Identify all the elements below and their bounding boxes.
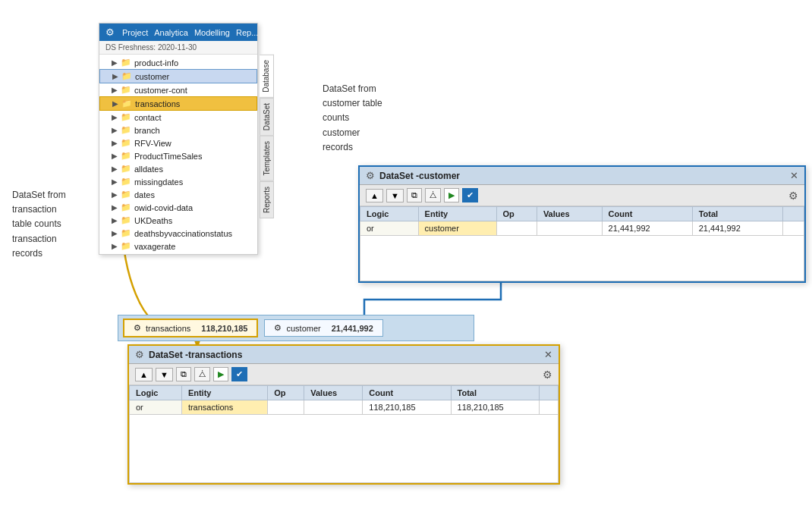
ds-transactions-titlebar: ⚙ DataSet -transactions ✕ xyxy=(129,346,559,364)
ds-customer-row-0: or customer 21,441,992 21,441,992 xyxy=(360,221,804,236)
ds-transactions-paste-button[interactable]: ⧊ xyxy=(194,367,210,381)
tab-customer-label: customer xyxy=(286,324,320,333)
menu-rep[interactable]: Rep... xyxy=(236,28,258,37)
ds-customer-toolbar: ▲ ▼ ⧉ ⧊ ▶ ✔ ⚙ xyxy=(360,185,804,206)
ds-customer-col-logic: Logic xyxy=(360,207,419,221)
ds-customer-table: Logic Entity Op Values Count Total or cu… xyxy=(360,206,804,281)
ds-customer-cell-op-0 xyxy=(496,221,537,236)
ds-customer-settings-icon[interactable]: ⚙ xyxy=(788,190,798,202)
ds-transactions-table-wrapper: Logic Entity Op Values Count Total or tr… xyxy=(129,385,559,483)
gear-icon: ⚙ xyxy=(105,27,115,38)
ds-trans-col-op: Op xyxy=(268,386,304,400)
ds-trans-cell-count-0: 118,210,185 xyxy=(363,400,451,415)
nav-side-tabs: Database DataSet Templates Reports xyxy=(260,55,274,218)
tree-item-dates[interactable]: ▶📁 dates xyxy=(99,188,257,201)
ds-customer-col-entity: Entity xyxy=(418,207,496,221)
tree-item-product-info[interactable]: ▶📁 product-info xyxy=(99,56,257,69)
ds-customer-row-empty xyxy=(360,236,804,281)
ds-transactions-toolbar: ▲ ▼ ⧉ ⧊ ▶ ✔ ⚙ xyxy=(129,364,559,385)
annotation-right: DataSet from customer table counts custo… xyxy=(323,82,382,155)
ds-customer-cell-entity-0: customer xyxy=(418,221,496,236)
ds-trans-col-count: Count xyxy=(363,386,451,400)
bottom-bar: ⚙ transactions 118,210,185 ⚙ customer 21… xyxy=(118,315,474,341)
ds-transactions-up-button[interactable]: ▲ xyxy=(135,368,153,381)
ds-transactions-down-button[interactable]: ▼ xyxy=(156,368,173,381)
ds-trans-col-total: Total xyxy=(451,386,539,400)
tree-item-missingdates[interactable]: ▶📁 missingdates xyxy=(99,175,257,188)
ds-customer-play-button[interactable]: ▶ xyxy=(444,188,459,202)
ds-trans-col-values: Values xyxy=(304,386,363,400)
tree-item-rfv-view[interactable]: ▶📁 RFV-View xyxy=(99,137,257,149)
menu-analytica[interactable]: Analytica xyxy=(154,28,188,37)
nav-breadcrumb: DS Freshness: 2020-11-30 xyxy=(99,41,257,55)
ds-customer-titlebar: ⚙ DataSet -customer ✕ xyxy=(360,167,804,185)
tree-item-vaxagerate[interactable]: ▶📁 vaxagerate xyxy=(99,240,257,253)
tree-item-deathsbyvaccinationstatus[interactable]: ▶📁 deathsbyvaccinationstatus xyxy=(99,227,257,240)
ds-customer-col-op: Op xyxy=(496,207,537,221)
ds-trans-cell-op-0 xyxy=(268,400,304,415)
ds-customer-copy-button[interactable]: ⧉ xyxy=(407,188,422,202)
tree-item-contact[interactable]: ▶📁 contact xyxy=(99,111,257,124)
ds-customer-close-button[interactable]: ✕ xyxy=(790,170,798,181)
dataset-customer-panel: ⚙ DataSet -customer ✕ ▲ ▼ ⧉ ⧊ ▶ ✔ ⚙ Logi… xyxy=(358,165,806,283)
tab-customer[interactable]: ⚙ customer 21,441,992 xyxy=(264,319,382,337)
tab-transactions-label: transactions xyxy=(146,324,190,333)
menu-modelling[interactable]: Modelling xyxy=(194,28,230,37)
side-tab-dataset[interactable]: DataSet xyxy=(260,98,274,136)
ds-trans-cell-total-0: 118,210,185 xyxy=(451,400,539,415)
ds-customer-col-total: Total xyxy=(692,207,782,221)
ds-trans-cell-extra-0 xyxy=(539,400,558,415)
tree-item-owid-covid-data[interactable]: ▶📁 owid-covid-data xyxy=(99,201,257,214)
tab-transactions[interactable]: ⚙ transactions 118,210,185 xyxy=(123,319,258,337)
ds-customer-col-extra xyxy=(782,207,804,221)
ds-transactions-check-button[interactable]: ✔ xyxy=(231,367,247,381)
tree-item-customer-cont[interactable]: ▶📁 customer-cont xyxy=(99,83,257,96)
tree-item-transactions[interactable]: ▶📁 transactions xyxy=(99,96,257,111)
ds-transactions-gear-icon: ⚙ xyxy=(135,349,144,360)
dataset-transactions-panel: ⚙ DataSet -transactions ✕ ▲ ▼ ⧉ ⧊ ▶ ✔ ⚙ … xyxy=(127,344,560,485)
ds-customer-gear-icon: ⚙ xyxy=(366,170,375,181)
ds-customer-cell-total-0: 21,441,992 xyxy=(692,221,782,236)
ds-transactions-play-button[interactable]: ▶ xyxy=(213,367,228,381)
ds-customer-cell-count-0: 21,441,992 xyxy=(602,221,692,236)
ds-transactions-table: Logic Entity Op Values Count Total or tr… xyxy=(129,385,559,483)
tab-transactions-count: 118,210,185 xyxy=(201,324,247,333)
ds-customer-col-count: Count xyxy=(602,207,692,221)
ds-transactions-row-empty xyxy=(130,415,559,483)
side-tab-database[interactable]: Database xyxy=(260,55,274,98)
ds-transactions-row-0: or transactions 118,210,185 118,210,185 xyxy=(130,400,559,415)
ds-customer-cell-logic-0: or xyxy=(360,221,419,236)
ds-transactions-settings-icon[interactable]: ⚙ xyxy=(543,369,552,381)
ds-customer-cell-extra-0 xyxy=(782,221,804,236)
ds-customer-cell-values-0 xyxy=(537,221,602,236)
ds-customer-up-button[interactable]: ▲ xyxy=(366,189,383,202)
ds-customer-down-button[interactable]: ▼ xyxy=(386,189,404,202)
tab-customer-gear-icon: ⚙ xyxy=(274,323,282,333)
tree-item-ukdeaths[interactable]: ▶📁 UKDeaths xyxy=(99,214,257,227)
tab-transactions-gear-icon: ⚙ xyxy=(134,323,141,333)
ds-customer-title: DataSet -customer xyxy=(379,171,460,181)
ds-trans-col-extra xyxy=(539,386,558,400)
tree-item-customer[interactable]: ▶📁 customer xyxy=(99,69,257,83)
ds-customer-table-wrapper: Logic Entity Op Values Count Total or cu… xyxy=(360,206,804,281)
tree-item-producttimesales[interactable]: ▶📁 ProductTimeSales xyxy=(99,149,257,162)
ds-trans-cell-entity-0: transactions xyxy=(181,400,267,415)
ds-customer-col-values: Values xyxy=(537,207,602,221)
ds-transactions-title: DataSet -transactions xyxy=(149,350,242,360)
tab-customer-count: 21,441,992 xyxy=(332,324,373,333)
ds-transactions-close-button[interactable]: ✕ xyxy=(544,349,552,360)
ds-trans-col-logic: Logic xyxy=(130,386,182,400)
annotation-left: DataSet from transaction table counts tr… xyxy=(12,188,66,261)
nav-tree: ▶📁 product-info ▶📁 customer ▶📁 customer-… xyxy=(99,55,257,254)
side-tab-templates[interactable]: Templates xyxy=(260,136,274,181)
ds-trans-col-entity: Entity xyxy=(181,386,267,400)
ds-transactions-copy-button[interactable]: ⧉ xyxy=(176,367,191,381)
menu-project[interactable]: Project xyxy=(122,28,148,37)
tree-item-alldates[interactable]: ▶📁 alldates xyxy=(99,162,257,175)
tree-item-branch[interactable]: ▶📁 branch xyxy=(99,124,257,137)
ds-customer-check-button[interactable]: ✔ xyxy=(462,188,478,202)
side-tab-reports[interactable]: Reports xyxy=(260,181,274,218)
ds-trans-cell-logic-0: or xyxy=(130,400,182,415)
nav-menu: Project Analytica Modelling Rep... xyxy=(122,28,258,37)
ds-customer-paste-button[interactable]: ⧊ xyxy=(425,188,441,202)
